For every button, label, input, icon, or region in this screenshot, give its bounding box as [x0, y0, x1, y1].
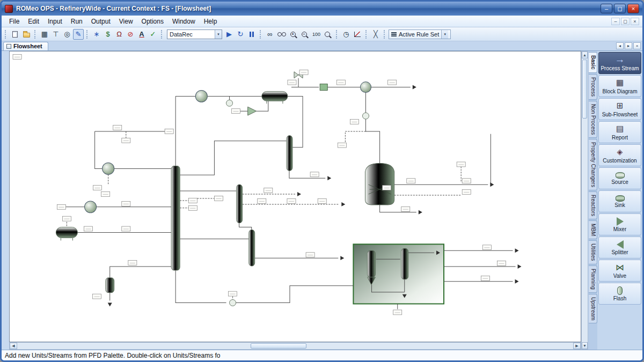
stream-tag[interactable] — [93, 186, 102, 190]
stream-tag[interactable] — [188, 205, 197, 210]
cost-icon[interactable]: $ — [103, 29, 113, 40]
stream-tag[interactable] — [122, 138, 130, 143]
stream-tag[interactable] — [288, 80, 296, 85]
palette-item-block-diagram[interactable]: Block Diagram — [598, 75, 641, 97]
menu-input[interactable]: Input — [43, 17, 67, 26]
stream-tag[interactable] — [299, 70, 308, 75]
stream-arrow-icon[interactable] — [419, 210, 422, 215]
palette-item-flash[interactable]: Flash — [598, 283, 641, 305]
stream-tag[interactable] — [462, 190, 471, 195]
palette-item-mixer[interactable]: Mixer — [598, 213, 641, 235]
stream-line[interactable] — [239, 223, 252, 230]
stream-tag[interactable] — [229, 291, 237, 296]
scroll-left-icon[interactable]: ◀ — [10, 343, 17, 349]
palette-tab-utilities[interactable]: Utilities — [589, 240, 597, 264]
unit-reactor[interactable] — [365, 163, 394, 204]
stream-tag[interactable] — [62, 216, 71, 221]
menu-output[interactable]: Output — [87, 17, 115, 26]
unit-hdrum[interactable] — [56, 227, 77, 238]
minimize-button[interactable]: – — [601, 4, 612, 13]
stream-tag[interactable] — [310, 172, 319, 177]
find-binoculars-icon[interactable] — [276, 29, 288, 40]
stream-arrow-icon[interactable] — [108, 303, 112, 307]
stream-tag[interactable] — [457, 162, 465, 167]
stream-tag[interactable] — [122, 226, 130, 231]
spec-icon[interactable]: A — [136, 29, 147, 40]
menu-file[interactable]: File — [5, 17, 24, 26]
stream-arrow-icon[interactable] — [515, 279, 519, 284]
unit-column[interactable] — [401, 248, 408, 279]
timer-icon[interactable]: ◷ — [341, 29, 352, 40]
stream-tag[interactable] — [393, 310, 402, 315]
palette-item-customization[interactable]: Customization — [598, 144, 641, 166]
menu-edit[interactable]: Edit — [24, 17, 43, 26]
unit-compressor[interactable] — [85, 201, 97, 213]
unit-column[interactable] — [171, 166, 180, 270]
draw-stream-icon[interactable]: ✎ — [73, 29, 84, 40]
restore-button[interactable]: ◻ — [614, 4, 626, 13]
toolbar-grip[interactable] — [365, 30, 368, 39]
stream-tag[interactable] — [481, 276, 489, 280]
stream-tag[interactable] — [188, 198, 197, 203]
unit-greenbox[interactable] — [320, 84, 327, 91]
stream-tag[interactable] — [232, 109, 240, 114]
vertical-scrollbar[interactable]: ▲ ▼ — [581, 51, 588, 350]
palette-tab-planning[interactable]: Planning — [589, 265, 597, 293]
unit-column[interactable] — [287, 136, 292, 171]
vertical-scroll-thumb[interactable] — [582, 60, 587, 119]
toolbar-grip[interactable] — [384, 30, 386, 39]
stream-line[interactable] — [110, 267, 171, 278]
glasses-icon[interactable]: ∞ — [265, 29, 275, 40]
stream-tag[interactable] — [318, 198, 326, 203]
stream-tag[interactable] — [101, 192, 110, 197]
unit-compressor[interactable] — [103, 162, 114, 174]
unit-column[interactable] — [237, 184, 243, 223]
unit-compressor[interactable] — [195, 90, 207, 102]
scroll-down-icon[interactable]: ▼ — [582, 342, 588, 349]
palette-tab-mbm[interactable]: MBM — [589, 220, 597, 239]
unit-vdrum[interactable] — [106, 278, 114, 293]
close-tab-icon[interactable]: × — [633, 42, 641, 49]
trend-chart-icon[interactable] — [352, 29, 363, 40]
scroll-tabs-right-icon[interactable]: ▸ — [625, 42, 632, 49]
run-icon[interactable]: ▶ — [224, 29, 235, 40]
mdi-minimize-button[interactable]: – — [611, 18, 620, 25]
vertical-scroll-track[interactable] — [582, 58, 588, 342]
dropdown-arrow-icon[interactable]: ▼ — [441, 30, 448, 39]
menu-help[interactable]: Help — [200, 17, 222, 26]
pause-icon[interactable] — [246, 29, 257, 40]
toolbar-grip[interactable] — [86, 30, 89, 39]
toolbar-grip[interactable] — [260, 30, 262, 39]
exclude-icon[interactable]: ⊘ — [125, 29, 136, 40]
datarec-combobox[interactable]: DataRec▼ — [167, 29, 222, 39]
palette-tab-process[interactable]: Process — [589, 74, 597, 100]
active-rule-set-combobox[interactable]: Active Rule Set▼ — [389, 29, 451, 39]
palette-tab-upstream[interactable]: Upstream — [589, 294, 597, 323]
stream-arrow-icon[interactable] — [297, 192, 301, 196]
stream-tag[interactable] — [13, 54, 21, 59]
stream-line[interactable] — [289, 171, 325, 178]
stream-tag[interactable] — [482, 245, 491, 250]
omega-icon[interactable]: Ω — [114, 29, 125, 40]
palette-item-splitter[interactable]: Splitter — [598, 237, 641, 258]
stream-tag[interactable] — [258, 198, 266, 203]
toolbar-grip[interactable] — [336, 30, 338, 39]
data-table-icon[interactable]: ▦ — [39, 29, 50, 40]
stream-tag[interactable] — [214, 196, 223, 201]
toolbar-grip[interactable] — [161, 30, 163, 39]
sub-flowsheet-box[interactable] — [353, 244, 444, 304]
unit-column[interactable] — [249, 230, 255, 267]
palette-item-sub-flowsheet[interactable]: Sub-Flowsheet — [598, 98, 641, 120]
meter-icon[interactable]: ⊤ — [50, 29, 61, 40]
flowsheet-canvas[interactable] — [9, 51, 581, 342]
stream-arrow-icon[interactable] — [341, 202, 345, 206]
zoom-fit-icon[interactable] — [323, 29, 333, 40]
stream-tag[interactable] — [93, 294, 101, 299]
stream-tag[interactable] — [122, 201, 130, 206]
stream-tag[interactable] — [165, 129, 173, 134]
disconnect-icon[interactable]: ╳ — [370, 29, 381, 40]
menu-window[interactable]: Window — [168, 17, 200, 26]
palette-tab-non-process[interactable]: Non Process — [589, 101, 597, 138]
stream-tag[interactable] — [338, 143, 346, 147]
validate-icon[interactable]: ✓ — [148, 29, 158, 40]
